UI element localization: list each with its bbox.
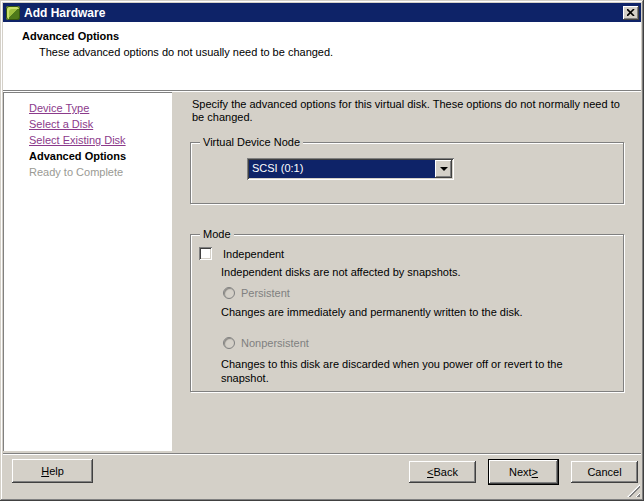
persistent-radio [223,287,235,299]
mode-group: Mode Independent Independent disks are n… [190,234,624,392]
virtual-device-node-dropdown[interactable]: SCSI (0:1) [247,158,454,180]
nonpersistent-description: Changes to this disk are discarded when … [221,357,606,385]
dropdown-arrow-button[interactable] [435,160,452,178]
virtual-device-node-group-title: Virtual Device Node [200,136,303,148]
persistent-radio-label: Persistent [241,287,290,299]
next-button[interactable]: Next > [489,460,558,484]
window-title: Add Hardware [24,6,623,20]
resize-grip[interactable] [627,484,640,497]
mode-group-title: Mode [200,228,234,240]
cancel-button[interactable]: Cancel [571,461,638,483]
next-button-default-ring: Next > [488,459,559,485]
back-button[interactable]: < Back [409,461,476,483]
virtual-device-node-value: SCSI (0:1) [249,160,435,178]
chevron-down-icon [440,167,448,171]
independent-checkbox-label[interactable]: Independent [223,248,284,260]
footer-divider [3,453,641,455]
sidebar-item-select-existing-disk[interactable]: Select Existing Disk [29,132,172,148]
independent-checkbox[interactable] [199,247,212,260]
sidebar-item-select-a-disk[interactable]: Select a Disk [29,116,172,132]
wizard-header: Advanced Options These advanced options … [3,22,641,90]
intro-text: Specify the advanced options for this vi… [192,98,634,124]
help-button[interactable]: Help [12,459,93,483]
sidebar-item-ready-to-complete: Ready to Complete [29,164,172,180]
persistent-description: Changes are immediately and permanently … [221,305,611,319]
nonpersistent-radio-label: Nonpersistent [241,337,309,349]
titlebar[interactable]: Add Hardware [3,3,641,22]
vmware-add-hardware-icon [6,6,20,20]
sidebar-item-device-type[interactable]: Device Type [29,100,172,116]
virtual-device-node-group: Virtual Device Node SCSI (0:1) [190,142,624,204]
sidebar-item-advanced-options: Advanced Options [29,148,172,164]
page-subtitle: These advanced options do not usually ne… [39,46,333,58]
close-icon [627,9,635,16]
close-button[interactable] [623,6,639,20]
page-title: Advanced Options [22,30,119,42]
nonpersistent-radio [223,337,235,349]
wizard-steps-sidebar: Device Type Select a Disk Select Existin… [3,92,172,451]
add-hardware-dialog: Add Hardware Advanced Options These adva… [0,0,644,501]
independent-description: Independent disks are not affected by sn… [221,266,461,278]
